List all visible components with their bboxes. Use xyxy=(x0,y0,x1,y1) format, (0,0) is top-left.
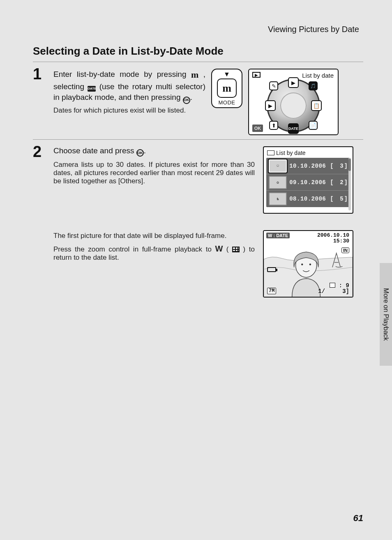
rotary-dial: ▶ 📋 DATE ▶ 🎵 ✎ 📄 ⬆ xyxy=(267,79,320,132)
thumbnail-icon: ☺ xyxy=(269,159,287,173)
step-1: 1 Enter list-by-date mode by pressing m … xyxy=(33,69,363,135)
date-value: 09.10.2006 xyxy=(289,179,327,186)
resolution-badge: 7M xyxy=(267,288,276,294)
text: 3] xyxy=(342,288,349,295)
step1-instruction: Enter list-by-date mode by pressing m , … xyxy=(53,69,205,104)
card-icon xyxy=(330,283,335,288)
svg-point-2 xyxy=(301,263,303,265)
side-tab: More on Playback xyxy=(380,263,392,366)
battery-icon xyxy=(267,267,276,272)
text: Choose date and press xyxy=(53,146,136,155)
preview-datetime: 2006.10.10 15:30 xyxy=(317,233,349,245)
date-icon xyxy=(267,150,274,155)
step2-heading: Choose date and press OK. xyxy=(53,146,255,157)
dial-screen: ▶ List by date ▶ 📋 DATE ▶ 🎵 ✎ 📄 ⬆ xyxy=(248,69,339,135)
dial-bottom-date-icon: DATE xyxy=(288,123,299,134)
date-value: 08.10.2006 xyxy=(289,196,327,202)
counter-info: : 9 1/ 3] xyxy=(318,283,349,295)
text: : 9 xyxy=(339,282,349,289)
time: 15:30 xyxy=(317,238,349,244)
ok-icon: OK xyxy=(136,149,144,157)
count: 2 xyxy=(334,179,344,186)
divider xyxy=(33,62,363,62)
in-badge: IN xyxy=(341,247,349,253)
ok-badge: OK xyxy=(252,125,263,132)
date-icon: DATE xyxy=(88,86,96,92)
step-2: 2 Choose date and press OK. Camera lists… xyxy=(33,146,363,298)
dial-top-icon: ▶ xyxy=(288,77,299,88)
step-number: 1 xyxy=(33,65,42,83)
ok-icon: OK xyxy=(183,97,190,104)
page-title: Selecting a Date in List-by-Date Mode xyxy=(33,45,363,58)
step3-p2: Press the zoom control in full-frame pla… xyxy=(53,244,255,262)
thumbnails-icon xyxy=(232,247,240,252)
date: 2006.10.10 xyxy=(317,233,349,238)
side-tab-label: More on Playback xyxy=(382,288,390,341)
date-row[interactable]: ☺ 10.10.2006 [ 3 ] xyxy=(266,158,350,174)
thumbnail-icon: ♞ xyxy=(269,192,287,205)
count: 5 xyxy=(334,196,344,202)
text: 1/ xyxy=(318,288,325,295)
step1-note: Dates for which pictures exist will be l… xyxy=(53,106,205,115)
mode-glyph-icon: m xyxy=(191,69,198,80)
date-row[interactable]: ✿ 09.10.2006 [ 2 ] xyxy=(266,174,350,191)
svg-point-3 xyxy=(309,263,311,265)
mode-label: MODE xyxy=(219,99,235,106)
w-icon: W xyxy=(215,244,223,253)
dial-title: List by date xyxy=(302,72,334,79)
date-row[interactable]: ♞ 08.10.2006 [ 5 ] xyxy=(266,191,350,207)
step2-body: Camera lists up to 30 dates. If pictures… xyxy=(53,161,255,185)
fullframe-preview: W : DATE 2006.10.10 15:30 IN 7M : 9 1/ 3… xyxy=(263,230,353,298)
thumbnail-icon: ✿ xyxy=(269,176,287,189)
text: ( xyxy=(226,245,229,253)
mode-glyph: m xyxy=(217,78,237,98)
dial-br-icon: 📄 xyxy=(309,121,318,130)
count: 3 xyxy=(334,163,344,169)
date-list-title: List by date xyxy=(276,150,306,156)
page-number: 61 xyxy=(353,513,363,524)
dial-left-icon: ▶ xyxy=(265,100,276,111)
date-list-screen: List by date ☺ 10.10.2006 [ 3 ] ✿ 09.10.… xyxy=(263,146,353,214)
scrollbar[interactable] xyxy=(348,158,351,210)
playback-icon: ▶ xyxy=(252,72,261,78)
step3-p1: The first picture for that date will be … xyxy=(53,232,255,240)
text: Press the zoom control in full-frame pla… xyxy=(53,245,215,253)
step-number: 2 xyxy=(33,143,42,161)
dial-right-icon: 📋 xyxy=(311,100,322,111)
dial-tl-icon: ✎ xyxy=(269,81,278,90)
divider xyxy=(33,139,363,140)
dial-bl-icon: ⬆ xyxy=(269,121,278,130)
down-arrow-icon: ▼ xyxy=(224,71,230,78)
mode-button-graphic: ▼ m MODE xyxy=(211,69,242,108)
dial-tr-icon: 🎵 xyxy=(309,81,318,90)
text: . xyxy=(190,93,192,102)
text: Enter list-by-date mode by pressing xyxy=(53,70,191,78)
mode-badge: W : DATE xyxy=(266,233,290,238)
breadcrumb: Viewing Pictures by Date xyxy=(33,25,363,34)
text: . xyxy=(144,146,146,155)
date-value: 10.10.2006 xyxy=(289,163,327,169)
